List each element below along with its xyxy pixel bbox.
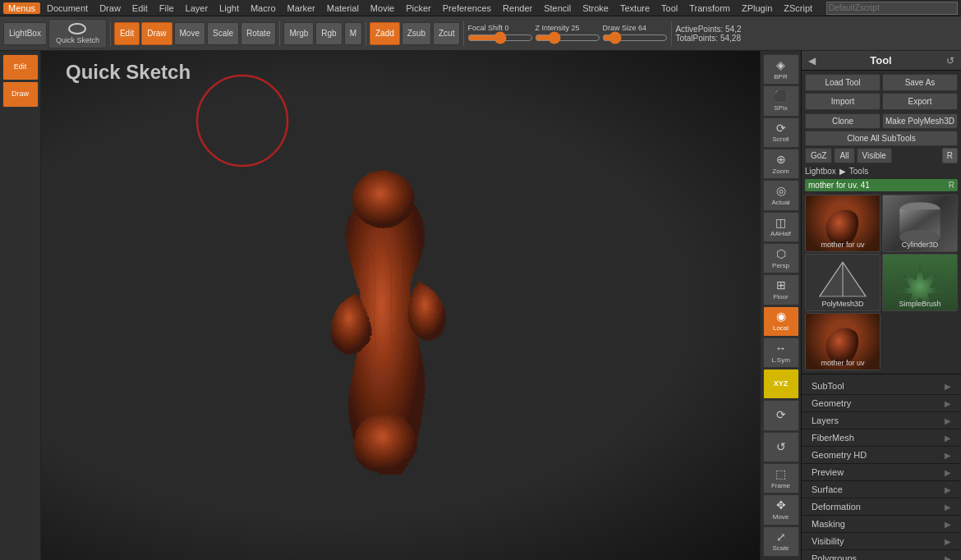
- zadd-button[interactable]: Zadd: [370, 22, 400, 45]
- lightbox-arrow-icon[interactable]: ▶: [839, 167, 846, 176]
- clone-button[interactable]: Clone: [805, 113, 881, 129]
- goz-r-button[interactable]: R: [942, 148, 958, 163]
- floor-button[interactable]: ⊞ Floor: [763, 274, 799, 305]
- menu-preferences[interactable]: Preferences: [438, 2, 496, 14]
- thumb-simplebrush[interactable]: SimpleBrush: [882, 254, 958, 311]
- xyz-button[interactable]: XYZ: [763, 369, 799, 399]
- right-icon-strip: ◈ BPR ⬛ SPix ⟳ Scroll ⊕ Zoom ◎ Actual ◫ …: [760, 51, 801, 560]
- edit-button[interactable]: Edit: [114, 22, 140, 45]
- z-intensity-slider[interactable]: [535, 33, 600, 43]
- actual-button[interactable]: ◎ Actual: [763, 180, 799, 210]
- draw-size-slider[interactable]: [602, 33, 668, 43]
- clone-all-subtools-button[interactable]: Clone All SubTools: [805, 131, 958, 146]
- menu-material[interactable]: Material: [322, 2, 364, 14]
- left-draw-button[interactable]: Draw: [2, 81, 39, 108]
- deformation-item[interactable]: Deformation ▶: [802, 498, 961, 516]
- menu-document[interactable]: Document: [42, 2, 93, 14]
- m-button[interactable]: M: [344, 22, 362, 45]
- menu-edit[interactable]: Edit: [127, 2, 153, 14]
- menu-render[interactable]: Render: [498, 2, 537, 14]
- fibermesh-item[interactable]: FiberMesh ▶: [802, 429, 961, 447]
- sculpture-3d: [310, 129, 491, 482]
- scale2-button[interactable]: ⤢ Scale: [763, 526, 799, 557]
- tool-left-arrow[interactable]: ◀: [808, 55, 816, 67]
- deformation-arrow: ▶: [945, 503, 951, 512]
- rgb-button[interactable]: Rgb: [315, 22, 342, 45]
- thumb-mother-for-uv[interactable]: mother for uv: [805, 195, 881, 252]
- menu-texture[interactable]: Texture: [615, 2, 655, 14]
- rotate-button[interactable]: Rotate: [241, 22, 276, 45]
- menu-stencil[interactable]: Stencil: [539, 2, 576, 14]
- scale-button[interactable]: Scale: [207, 22, 239, 45]
- menu-movie[interactable]: Movie: [366, 2, 399, 14]
- local-icon: ◉: [776, 310, 786, 324]
- menu-file[interactable]: File: [154, 2, 179, 14]
- persp-button[interactable]: ⬡ Persp: [763, 243, 799, 273]
- export-button[interactable]: Export: [882, 93, 958, 110]
- surface-item[interactable]: Surface ▶: [802, 481, 961, 498]
- geometry-hd-item[interactable]: Geometry HD ▶: [802, 447, 961, 464]
- menu-light[interactable]: Light: [214, 2, 244, 14]
- draw-button[interactable]: Draw: [141, 22, 172, 45]
- preview-arrow: ▶: [945, 468, 951, 477]
- aahalf-button[interactable]: ◫ AAHalf: [763, 212, 799, 242]
- sym2-button[interactable]: ↺: [763, 432, 799, 462]
- lightbox-button[interactable]: LightBox: [3, 22, 47, 45]
- scroll-button[interactable]: ⟳ Scroll: [763, 117, 799, 148]
- thumb-polymesh3d[interactable]: PolyMesh3D: [805, 254, 881, 311]
- lsym-button[interactable]: ↔ L.Sym: [763, 337, 799, 368]
- menu-tool[interactable]: Tool: [656, 2, 683, 14]
- thumb-cylinder3d[interactable]: Cylinder3D: [882, 195, 958, 252]
- search-r-button[interactable]: R: [949, 181, 954, 190]
- sketch-circle-overlay: [181, 67, 304, 174]
- menu-picker[interactable]: Picker: [401, 2, 436, 14]
- menu-layer[interactable]: Layer: [181, 2, 214, 14]
- mrgb-button[interactable]: Mrgb: [283, 22, 314, 45]
- visible-button[interactable]: Visible: [857, 148, 892, 163]
- import-button[interactable]: Import: [805, 93, 881, 110]
- bpr-button[interactable]: ◈ BPR: [763, 54, 799, 85]
- zcut-button[interactable]: Zcut: [433, 22, 460, 45]
- polygroups-item[interactable]: Polygroups ▶: [802, 550, 961, 560]
- save-as-button[interactable]: Save As: [882, 74, 958, 91]
- move2-icon: ✥: [776, 498, 786, 512]
- local-button[interactable]: ◉ Local: [763, 306, 799, 337]
- zsub-button[interactable]: Zsub: [402, 22, 431, 45]
- frame-button[interactable]: ⬚ Frame: [763, 463, 799, 493]
- sym1-button[interactable]: ⟳: [763, 400, 799, 430]
- canvas-area[interactable]: Quick Sketch: [41, 51, 760, 560]
- subtool-item[interactable]: SubTool ▶: [802, 378, 961, 395]
- move2-button[interactable]: ✥ Move: [763, 494, 799, 525]
- preview-item[interactable]: Preview ▶: [802, 464, 961, 481]
- focal-shift-slider[interactable]: [467, 33, 533, 43]
- layers-item[interactable]: Layers ▶: [802, 412, 961, 429]
- goz-button[interactable]: GoZ: [805, 148, 832, 163]
- quick-sketch-button[interactable]: Quick Sketch: [48, 19, 107, 48]
- active-points-stat: ActivePoints: 54,2: [675, 25, 741, 34]
- thumb-mother-for-uv2[interactable]: mother for uv: [805, 313, 881, 370]
- visibility-item[interactable]: Visibility ▶: [802, 533, 961, 550]
- spix-button[interactable]: ⬛ SPix: [763, 85, 799, 116]
- menu-stroke[interactable]: Stroke: [577, 2, 614, 14]
- menu-zscript[interactable]: ZScript: [779, 2, 817, 14]
- zoom-button[interactable]: ⊕ Zoom: [763, 149, 799, 179]
- masking-item[interactable]: Masking ▶: [802, 516, 961, 533]
- toolbar-separator-5: [671, 21, 672, 46]
- geometry-item[interactable]: Geometry ▶: [802, 395, 961, 412]
- menu-zplugin[interactable]: ZPlugin: [737, 2, 777, 14]
- z-intensity-group: Z Intensity 25: [535, 24, 600, 43]
- load-tool-button[interactable]: Load Tool: [805, 74, 881, 91]
- make-polymesh-button[interactable]: Make PolyMesh3D: [882, 113, 958, 129]
- menu-macro[interactable]: Macro: [246, 2, 281, 14]
- menu-draw[interactable]: Draw: [94, 2, 126, 14]
- left-edit-button[interactable]: Edit: [2, 54, 39, 80]
- menu-marker[interactable]: Marker: [283, 2, 320, 14]
- tool-refresh-icon[interactable]: ↺: [946, 55, 954, 67]
- tool-search-bar[interactable]: mother for uv. 41 R: [805, 179, 958, 191]
- menus-button[interactable]: Menus: [3, 2, 40, 14]
- menu-transform[interactable]: Transform: [684, 2, 735, 14]
- script-input[interactable]: [826, 2, 958, 15]
- move-button[interactable]: Move: [174, 22, 205, 45]
- all-button[interactable]: All: [834, 148, 854, 163]
- panel-divider: [802, 374, 961, 374]
